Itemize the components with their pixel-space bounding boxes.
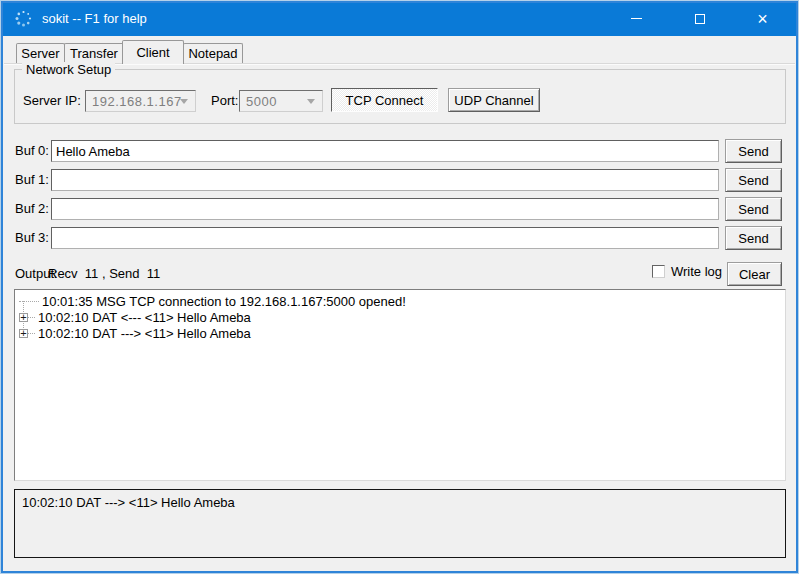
log-item-text: 10:02:10 DAT ---> <11> Hello Ameba <box>38 326 251 341</box>
send-1-button[interactable]: Send <box>725 168 782 192</box>
buf-1-input[interactable] <box>51 169 719 191</box>
group-legend: Network Setup <box>22 62 115 77</box>
checkbox-icon <box>652 265 665 278</box>
tab-notepad[interactable]: Notepad <box>183 43 243 63</box>
tab-transfer[interactable]: Transfer <box>64 43 124 63</box>
minimize-button[interactable] <box>605 1 668 36</box>
minimize-icon <box>631 18 642 19</box>
write-log-checkbox[interactable]: Write log <box>652 264 722 279</box>
port-label: Port: <box>211 93 238 109</box>
clear-button[interactable]: Clear <box>727 262 782 286</box>
buf-2-label: Buf 2: <box>15 201 51 216</box>
titlebar[interactable]: sokit -- F1 for help × <box>1 1 798 36</box>
tree-branch-line <box>28 333 35 334</box>
send-3-button[interactable]: Send <box>725 226 782 250</box>
log-tree[interactable]: 10:01:35 MSG TCP connection to 192.168.1… <box>14 289 786 481</box>
buf-0-input[interactable] <box>51 140 719 162</box>
expand-plus-icon[interactable]: + <box>19 329 28 338</box>
log-item[interactable]: + 10:02:10 DAT <--- <11> Hello Ameba <box>15 309 785 325</box>
buf-2-input[interactable] <box>51 198 719 220</box>
detail-panel[interactable]: 10:02:10 DAT ---> <11> Hello Ameba <box>14 489 786 558</box>
tcp-connect-button[interactable]: TCP Connect <box>331 88 438 112</box>
tab-client[interactable]: Client <box>122 40 184 64</box>
buf-3-label: Buf 3: <box>15 230 51 245</box>
port-value: 5000 <box>246 94 277 109</box>
tree-branch-line <box>28 317 35 318</box>
sokit-window: sokit -- F1 for help × Server Transfer C… <box>0 0 799 574</box>
log-item[interactable]: 10:01:35 MSG TCP connection to 192.168.1… <box>15 293 785 309</box>
send-0-button[interactable]: Send <box>725 139 782 163</box>
udp-channel-button[interactable]: UDP Channel <box>448 88 540 112</box>
log-item-text: 10:02:10 DAT <--- <11> Hello Ameba <box>38 310 251 325</box>
dropdown-arrow-icon <box>307 99 315 104</box>
send-2-button[interactable]: Send <box>725 197 782 221</box>
tab-server[interactable]: Server <box>16 43 65 63</box>
window-title: sokit -- F1 for help <box>42 11 147 26</box>
tree-branch-line <box>19 301 39 302</box>
maximize-button[interactable] <box>668 1 731 36</box>
buf-3-input[interactable] <box>51 227 719 249</box>
maximize-icon <box>695 14 705 24</box>
close-button[interactable]: × <box>731 1 794 36</box>
write-log-label: Write log <box>671 264 722 279</box>
server-ip-label: Server IP: <box>23 93 81 109</box>
dropdown-arrow-icon <box>180 99 188 104</box>
buf-0-label: Buf 0: <box>15 143 51 158</box>
port-select[interactable]: 5000 <box>239 90 323 112</box>
buf-1-label: Buf 1: <box>15 172 51 187</box>
app-icon <box>14 9 33 28</box>
server-ip-select[interactable]: 192.168.1.167 <box>85 90 196 112</box>
window-controls: × <box>605 1 794 36</box>
log-item[interactable]: + 10:02:10 DAT ---> <11> Hello Ameba <box>15 325 785 341</box>
server-ip-value: 192.168.1.167 <box>92 94 182 109</box>
recv-send-stats: Recv 11 , Send 11 <box>48 266 160 281</box>
log-item-text: 10:01:35 MSG TCP connection to 192.168.1… <box>42 294 406 309</box>
close-icon: × <box>757 10 768 28</box>
expand-plus-icon[interactable]: + <box>19 313 28 322</box>
